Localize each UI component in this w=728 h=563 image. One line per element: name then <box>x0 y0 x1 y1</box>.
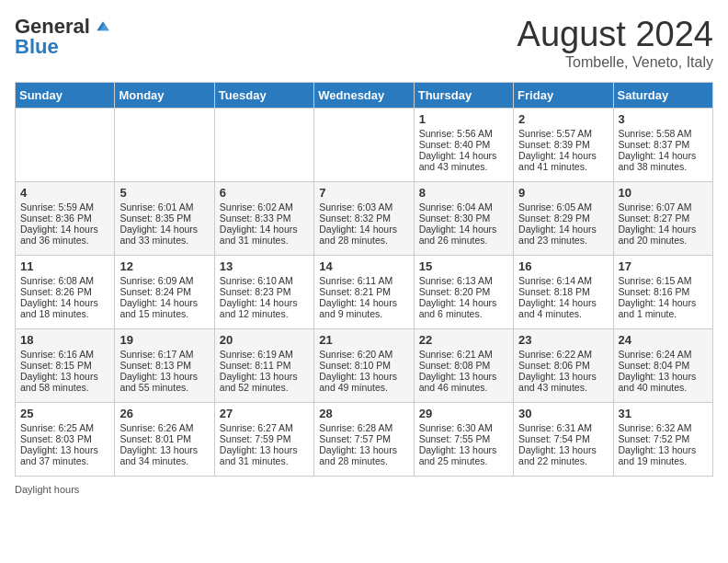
sunrise-text: Sunrise: 6:14 AM <box>518 275 608 286</box>
title-block: August 2024 Tombelle, Veneto, Italy <box>518 15 713 71</box>
table-row: 28Sunrise: 6:28 AMSunset: 7:57 PMDayligh… <box>314 403 414 477</box>
sunset-text: Sunset: 8:01 PM <box>119 433 209 444</box>
sunset-text: Sunset: 8:32 PM <box>319 213 408 224</box>
sunset-text: Sunset: 7:57 PM <box>319 433 408 444</box>
daylight-text: Daylight: 13 hours and 37 minutes. <box>20 444 109 466</box>
table-row: 4Sunrise: 5:59 AMSunset: 8:36 PMDaylight… <box>16 182 115 256</box>
table-row: 16Sunrise: 6:14 AMSunset: 8:18 PMDayligh… <box>514 256 613 329</box>
day-number: 21 <box>319 333 408 347</box>
table-row: 26Sunrise: 6:26 AMSunset: 8:01 PMDayligh… <box>115 403 214 477</box>
sunrise-text: Sunrise: 6:20 AM <box>319 349 408 360</box>
sunrise-text: Sunrise: 6:31 AM <box>518 422 608 433</box>
daylight-text: Daylight: 14 hours and 31 minutes. <box>220 224 309 246</box>
daylight-text: Daylight: 13 hours and 25 minutes. <box>419 444 508 466</box>
sunset-text: Sunset: 8:04 PM <box>619 360 708 371</box>
sunset-text: Sunset: 8:18 PM <box>518 286 608 297</box>
sunrise-text: Sunrise: 5:59 AM <box>20 201 109 213</box>
day-number: 5 <box>119 186 209 200</box>
daylight-text: Daylight: 13 hours and 22 minutes. <box>518 444 608 466</box>
header-wednesday: Wednesday <box>314 83 414 109</box>
table-row: 27Sunrise: 6:27 AMSunset: 7:59 PMDayligh… <box>214 403 313 477</box>
sunrise-text: Sunrise: 6:05 AM <box>518 201 608 213</box>
table-row: 5Sunrise: 6:01 AMSunset: 8:35 PMDaylight… <box>115 182 214 256</box>
table-row: 3Sunrise: 5:58 AMSunset: 8:37 PMDaylight… <box>613 109 712 182</box>
daylight-text: Daylight: 13 hours and 46 minutes. <box>419 371 508 393</box>
table-row: 6Sunrise: 6:02 AMSunset: 8:33 PMDaylight… <box>214 182 313 256</box>
daylight-text: Daylight: 13 hours and 49 minutes. <box>319 371 408 393</box>
day-number: 25 <box>20 407 109 420</box>
sunrise-text: Sunrise: 6:32 AM <box>619 422 708 433</box>
table-row: 18Sunrise: 6:16 AMSunset: 8:15 PMDayligh… <box>16 329 115 403</box>
daylight-text: Daylight: 14 hours and 36 minutes. <box>20 224 109 246</box>
day-number: 9 <box>518 186 608 200</box>
day-number: 18 <box>20 333 109 347</box>
header-friday: Friday <box>514 83 613 109</box>
week-row-2: 11Sunrise: 6:08 AMSunset: 8:26 PMDayligh… <box>16 256 713 329</box>
footer: Daylight hours <box>15 484 713 495</box>
table-row: 15Sunrise: 6:13 AMSunset: 8:20 PMDayligh… <box>414 256 513 329</box>
sunrise-text: Sunrise: 6:04 AM <box>419 201 508 213</box>
sunset-text: Sunset: 8:03 PM <box>20 433 109 444</box>
daylight-text: Daylight: 14 hours and 4 minutes. <box>518 297 608 319</box>
day-number: 26 <box>119 407 209 420</box>
daylight-text: Daylight: 13 hours and 43 minutes. <box>518 371 608 393</box>
daylight-text: Daylight: 14 hours and 18 minutes. <box>20 297 109 319</box>
week-row-1: 4Sunrise: 5:59 AMSunset: 8:36 PMDaylight… <box>16 182 713 256</box>
sunrise-text: Sunrise: 6:26 AM <box>119 422 209 433</box>
sunset-text: Sunset: 8:21 PM <box>319 286 408 297</box>
day-number: 12 <box>119 259 209 273</box>
page-header: General Blue August 2024 Tombelle, Venet… <box>15 15 713 71</box>
day-number: 22 <box>419 333 508 347</box>
sunset-text: Sunset: 8:06 PM <box>518 360 608 371</box>
daylight-text: Daylight: 13 hours and 55 minutes. <box>119 371 209 393</box>
sunset-text: Sunset: 8:10 PM <box>319 360 408 371</box>
sunrise-text: Sunrise: 6:30 AM <box>419 422 508 433</box>
day-number: 29 <box>419 407 508 420</box>
table-row <box>115 109 214 182</box>
table-row: 22Sunrise: 6:21 AMSunset: 8:08 PMDayligh… <box>414 329 513 403</box>
sunrise-text: Sunrise: 5:57 AM <box>518 128 608 139</box>
daylight-text: Daylight: 13 hours and 52 minutes. <box>220 371 309 393</box>
calendar-title: August 2024 <box>518 15 713 54</box>
day-number: 13 <box>220 259 309 273</box>
day-number: 31 <box>619 407 708 420</box>
table-row: 14Sunrise: 6:11 AMSunset: 8:21 PMDayligh… <box>314 256 414 329</box>
sunrise-text: Sunrise: 6:08 AM <box>20 275 109 286</box>
day-number: 14 <box>319 259 408 273</box>
sunrise-text: Sunrise: 6:22 AM <box>518 349 608 360</box>
daylight-text: Daylight: 14 hours and 43 minutes. <box>419 150 508 172</box>
daylight-text: Daylight: 13 hours and 34 minutes. <box>119 444 209 466</box>
table-row: 9Sunrise: 6:05 AMSunset: 8:29 PMDaylight… <box>514 182 613 256</box>
daylight-text: Daylight: 14 hours and 23 minutes. <box>518 224 608 246</box>
sunset-text: Sunset: 8:16 PM <box>619 286 708 297</box>
day-number: 7 <box>319 186 408 200</box>
sunset-text: Sunset: 7:59 PM <box>220 433 309 444</box>
table-row: 20Sunrise: 6:19 AMSunset: 8:11 PMDayligh… <box>214 329 313 403</box>
table-row: 1Sunrise: 5:56 AMSunset: 8:40 PMDaylight… <box>414 109 513 182</box>
header-saturday: Saturday <box>613 83 712 109</box>
day-number: 17 <box>619 259 708 273</box>
table-row <box>16 109 115 182</box>
table-row: 29Sunrise: 6:30 AMSunset: 7:55 PMDayligh… <box>414 403 513 477</box>
table-row: 21Sunrise: 6:20 AMSunset: 8:10 PMDayligh… <box>314 329 414 403</box>
day-number: 3 <box>619 112 708 126</box>
day-number: 15 <box>419 259 508 273</box>
week-row-3: 18Sunrise: 6:16 AMSunset: 8:15 PMDayligh… <box>16 329 713 403</box>
daylight-text: Daylight: 14 hours and 9 minutes. <box>319 297 408 319</box>
day-number: 2 <box>518 112 608 126</box>
sunset-text: Sunset: 8:40 PM <box>419 139 508 150</box>
daylight-text: Daylight: 14 hours and 28 minutes. <box>319 224 408 246</box>
week-row-0: 1Sunrise: 5:56 AMSunset: 8:40 PMDaylight… <box>16 109 713 182</box>
sunset-text: Sunset: 8:20 PM <box>419 286 508 297</box>
sunrise-text: Sunrise: 6:21 AM <box>419 349 508 360</box>
table-row: 7Sunrise: 6:03 AMSunset: 8:32 PMDaylight… <box>314 182 414 256</box>
daylight-text: Daylight: 14 hours and 41 minutes. <box>518 150 608 172</box>
day-number: 1 <box>419 112 508 126</box>
table-row: 10Sunrise: 6:07 AMSunset: 8:27 PMDayligh… <box>613 182 712 256</box>
table-row: 24Sunrise: 6:24 AMSunset: 8:04 PMDayligh… <box>613 329 712 403</box>
logo-icon <box>94 17 112 36</box>
sunrise-text: Sunrise: 6:01 AM <box>119 201 209 213</box>
sunset-text: Sunset: 8:15 PM <box>20 360 109 371</box>
sunrise-text: Sunrise: 5:56 AM <box>419 128 508 139</box>
table-row: 31Sunrise: 6:32 AMSunset: 7:52 PMDayligh… <box>613 403 712 477</box>
